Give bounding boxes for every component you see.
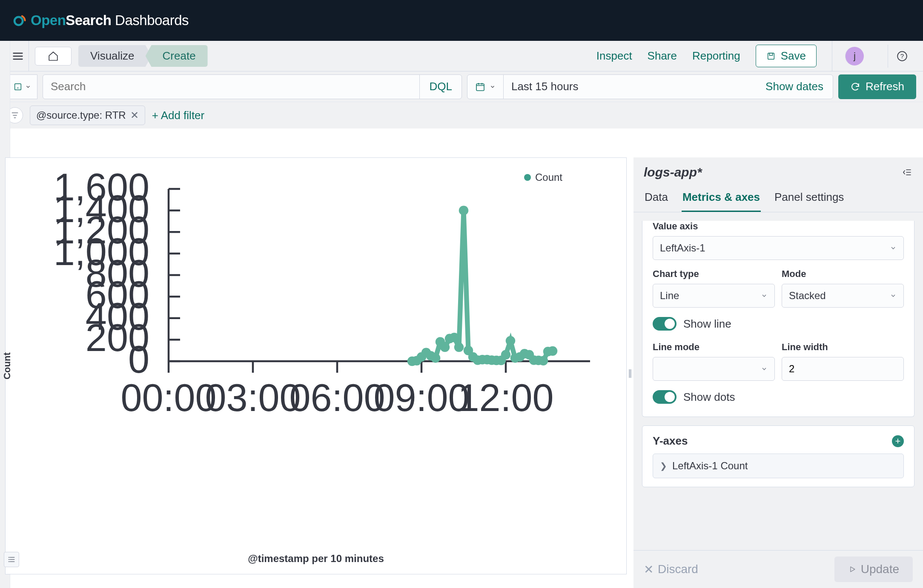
breadcrumb-visualize[interactable]: Visualize bbox=[78, 45, 152, 67]
config-tabs: Data Metrics & axes Panel settings bbox=[633, 182, 923, 212]
svg-point-0 bbox=[14, 17, 23, 25]
main-content: Count Count @timestamp per 10 minutes 02… bbox=[0, 157, 923, 588]
svg-point-48 bbox=[454, 343, 464, 352]
y-axis-label: Count bbox=[2, 352, 13, 380]
filter-icon bbox=[11, 111, 19, 120]
help-icon: ? bbox=[897, 51, 908, 62]
filter-bar: @source.type: RTR ✕ + Add filter bbox=[0, 102, 923, 128]
svg-point-58 bbox=[501, 350, 511, 360]
filter-pill-text: @source.type: RTR bbox=[36, 109, 126, 121]
y-axes-title: Y-axes bbox=[653, 434, 688, 448]
line-mode-label: Line mode bbox=[653, 342, 775, 353]
svg-rect-5 bbox=[15, 83, 21, 90]
show-dots-label: Show dots bbox=[683, 391, 735, 404]
calendar-icon bbox=[475, 82, 485, 92]
svg-point-47 bbox=[450, 333, 459, 343]
add-y-axis-button[interactable]: + bbox=[892, 435, 904, 447]
chevron-down-icon bbox=[761, 365, 768, 372]
show-dates-button[interactable]: Show dates bbox=[756, 75, 833, 99]
chevron-down-icon bbox=[25, 84, 31, 90]
svg-text:03:00: 03:00 bbox=[205, 377, 301, 419]
svg-point-68 bbox=[548, 346, 558, 356]
pane-resize-handle[interactable]: ‖ bbox=[627, 157, 633, 588]
svg-rect-2 bbox=[769, 53, 772, 55]
legend-toggle-button[interactable] bbox=[4, 552, 19, 567]
home-icon bbox=[48, 51, 59, 62]
line-width-label: Line width bbox=[782, 342, 904, 353]
remove-filter-icon[interactable]: ✕ bbox=[130, 109, 139, 121]
reporting-link[interactable]: Reporting bbox=[692, 49, 740, 63]
dql-button[interactable]: DQL bbox=[419, 75, 461, 99]
chevron-down-icon bbox=[490, 84, 496, 90]
tab-data[interactable]: Data bbox=[644, 186, 669, 212]
config-footer: ✕ Discard Update bbox=[633, 550, 923, 588]
list-icon bbox=[7, 555, 16, 564]
brand-text: OpenSearch Dashboards bbox=[31, 12, 189, 29]
chart-type-label: Chart type bbox=[653, 268, 775, 280]
search-box: DQL bbox=[43, 74, 462, 99]
home-button[interactable] bbox=[35, 47, 72, 66]
share-link[interactable]: Share bbox=[648, 49, 677, 63]
chart-pane: Count Count @timestamp per 10 minutes 02… bbox=[5, 157, 627, 574]
collapse-right-icon bbox=[903, 167, 913, 177]
save-icon bbox=[766, 51, 776, 61]
svg-text:06:00: 06:00 bbox=[289, 377, 385, 419]
save-button[interactable]: Save bbox=[756, 45, 817, 67]
tab-metrics-axes[interactable]: Metrics & axes bbox=[682, 186, 761, 212]
opensearch-logo-icon bbox=[12, 13, 26, 28]
config-pane: logs-app* Data Metrics & axes Panel sett… bbox=[633, 157, 923, 588]
line-mode-select[interactable] bbox=[653, 357, 775, 381]
value-axis-select[interactable]: LeftAxis-1 bbox=[653, 236, 904, 260]
svg-text:12:00: 12:00 bbox=[458, 377, 553, 419]
update-button[interactable]: Update bbox=[834, 557, 913, 582]
metrics-form-section: Value axis LeftAxis-1 Chart type Line Mo bbox=[642, 221, 914, 417]
app-header: OpenSearch Dashboards bbox=[0, 0, 923, 41]
svg-text:00:00: 00:00 bbox=[120, 377, 216, 419]
x-axis-label: @timestamp per 10 minutes bbox=[248, 553, 384, 565]
discard-button[interactable]: ✕ Discard bbox=[644, 562, 698, 577]
navbar: Visualize Create Inspect Share Reporting… bbox=[0, 41, 923, 71]
svg-point-6 bbox=[17, 87, 18, 88]
breadcrumb: Visualize Create bbox=[78, 45, 208, 67]
query-bar: DQL Last 15 hours Show dates Refresh bbox=[0, 71, 923, 102]
hamburger-icon bbox=[12, 50, 24, 62]
svg-text:09:00: 09:00 bbox=[373, 377, 469, 419]
mode-select[interactable]: Stacked bbox=[782, 284, 904, 308]
tab-panel-settings[interactable]: Panel settings bbox=[774, 186, 845, 212]
chevron-right-icon: ❯ bbox=[660, 461, 667, 471]
svg-rect-7 bbox=[476, 84, 484, 91]
svg-rect-1 bbox=[768, 53, 774, 59]
collapse-panel-button[interactable] bbox=[903, 167, 913, 177]
index-pattern-title: logs-app* bbox=[644, 165, 903, 180]
avatar: j bbox=[845, 47, 864, 66]
svg-text:1,600: 1,600 bbox=[54, 170, 149, 208]
saved-queries-button[interactable] bbox=[7, 74, 37, 99]
search-input[interactable] bbox=[43, 75, 419, 99]
show-line-toggle[interactable] bbox=[653, 317, 676, 331]
refresh-icon bbox=[850, 82, 860, 92]
date-quick-button[interactable] bbox=[467, 75, 504, 99]
show-line-label: Show line bbox=[683, 317, 731, 331]
add-filter-button[interactable]: + Add filter bbox=[152, 109, 205, 122]
svg-text:?: ? bbox=[900, 52, 904, 60]
show-dots-toggle[interactable] bbox=[653, 390, 676, 404]
user-menu[interactable]: j bbox=[832, 41, 872, 71]
refresh-button[interactable]: Refresh bbox=[838, 74, 916, 99]
close-icon: ✕ bbox=[644, 562, 654, 577]
svg-point-45 bbox=[440, 343, 450, 352]
breadcrumb-create[interactable]: Create bbox=[146, 45, 208, 67]
config-tab-body: Value axis LeftAxis-1 Chart type Line Mo bbox=[633, 212, 923, 550]
y-axis-item[interactable]: ❯ LeftAxis-1 Count bbox=[653, 454, 904, 478]
help-button[interactable]: ? bbox=[888, 45, 916, 68]
chart-type-select[interactable]: Line bbox=[653, 284, 775, 308]
inspect-link[interactable]: Inspect bbox=[596, 49, 632, 63]
chevron-down-icon bbox=[761, 292, 768, 299]
svg-point-59 bbox=[506, 336, 516, 346]
value-axis-label: Value axis bbox=[653, 221, 904, 232]
filter-pill[interactable]: @source.type: RTR ✕ bbox=[30, 106, 145, 125]
date-picker: Last 15 hours Show dates bbox=[467, 74, 833, 99]
date-range-display[interactable]: Last 15 hours bbox=[504, 75, 756, 99]
mode-label: Mode bbox=[782, 268, 904, 280]
line-width-input[interactable] bbox=[782, 357, 904, 381]
svg-point-43 bbox=[431, 353, 441, 363]
